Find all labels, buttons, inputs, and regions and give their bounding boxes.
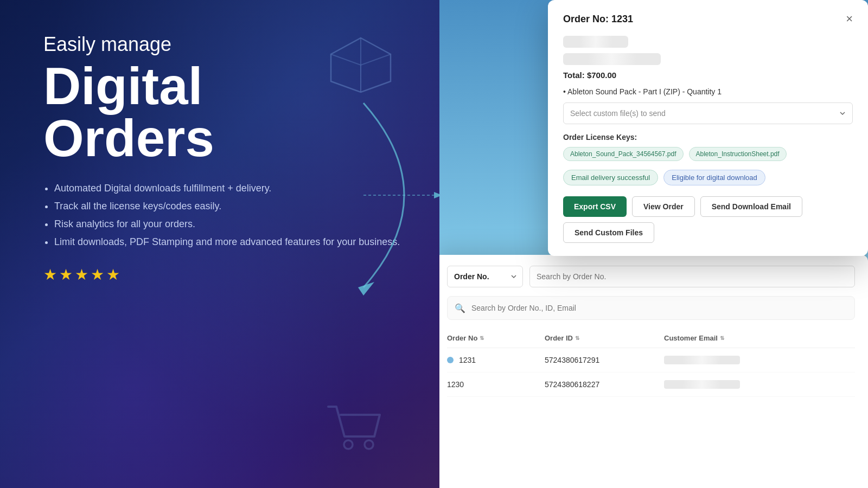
- send-download-email-button[interactable]: Send Download Email: [700, 196, 802, 217]
- star-5: ★: [106, 266, 120, 284]
- right-panel: Order No: 1231 × Total: $700.00 Ableton …: [439, 0, 868, 488]
- hero-text-small: Easily manage: [43, 33, 407, 56]
- custom-files-select[interactable]: Select custom file(s) to send: [563, 102, 853, 124]
- badge-row: Email delivery successful Eligible for d…: [563, 170, 853, 185]
- order-no-value-1231: 1231: [459, 356, 476, 364]
- modal-title: Order No: 1231: [563, 14, 633, 25]
- view-order-button[interactable]: View Order: [632, 196, 695, 217]
- column-order-no: Order No ⇅: [447, 334, 545, 342]
- star-1: ★: [43, 266, 57, 284]
- license-file-2: Ableton_InstructionSheet.pdf: [689, 147, 787, 161]
- skeleton-bar-1: [563, 36, 628, 48]
- order-id-cell-1230: 5724380618227: [545, 380, 664, 389]
- table-panel: Order No. 🔍 Order No ⇅ Order ID ⇅ Custom…: [439, 255, 868, 488]
- order-no-cell-1230: 1230: [447, 380, 545, 389]
- sort-icon-order-id: ⇅: [575, 335, 579, 341]
- license-file-1: Ableton_Sound_Pack_34564567.pdf: [563, 147, 684, 161]
- send-custom-files-button[interactable]: Send Custom Files: [563, 222, 654, 243]
- status-dot-1231: [447, 357, 454, 363]
- badge-delivery-success: Email delivery successful: [563, 170, 658, 185]
- sort-icon-customer-email: ⇅: [720, 335, 724, 341]
- column-order-id: Order ID ⇅: [545, 334, 664, 342]
- search-input-full[interactable]: [447, 296, 855, 320]
- svg-point-0: [344, 440, 353, 449]
- cart-icon: [326, 401, 385, 455]
- sort-icon-order-no: ⇅: [480, 335, 484, 341]
- table-row[interactable]: 1230 5724380618227: [447, 373, 855, 397]
- search-bar-full: 🔍: [447, 296, 855, 320]
- order-modal: Order No: 1231 × Total: $700.00 Ableton …: [548, 0, 868, 256]
- order-no-dropdown[interactable]: Order No.: [447, 266, 523, 287]
- email-skeleton-1231: [664, 356, 740, 364]
- table-header: Order No ⇅ Order ID ⇅ Customer Email ⇅: [447, 329, 855, 348]
- left-panel: Easily manage Digital Orders Automated D…: [0, 0, 439, 488]
- email-skeleton-1230: [664, 380, 740, 389]
- order-id-cell-1231: 5724380617291: [545, 356, 664, 364]
- badge-eligible-download: Eligible for digital download: [663, 170, 765, 185]
- product-item: Ableton Sound Pack - Part I (ZIP) - Quan…: [563, 87, 853, 96]
- star-4: ★: [91, 266, 104, 284]
- search-icon: 🔍: [455, 303, 465, 313]
- customer-email-cell-1230: [664, 380, 855, 389]
- table-row[interactable]: 1231 5724380617291: [447, 348, 855, 373]
- star-3: ★: [75, 266, 88, 284]
- svg-marker-3: [434, 192, 439, 198]
- license-label: Order License Keys:: [563, 133, 853, 142]
- export-csv-button[interactable]: Export CSV: [563, 196, 627, 217]
- modal-header: Order No: 1231 ×: [563, 13, 853, 25]
- license-files-row: Ableton_Sound_Pack_34564567.pdf Ableton_…: [563, 147, 853, 161]
- order-no-value-1230: 1230: [447, 380, 464, 389]
- search-row: Order No.: [447, 266, 855, 287]
- search-input-small[interactable]: [529, 266, 855, 287]
- customer-email-cell-1231: [664, 356, 855, 364]
- order-no-cell-1231: 1231: [447, 356, 545, 364]
- curved-arrow: [347, 87, 439, 304]
- skeleton-bar-2: [563, 53, 661, 65]
- star-2: ★: [59, 266, 73, 284]
- close-button[interactable]: ×: [846, 13, 853, 25]
- column-customer-email: Customer Email ⇅: [664, 334, 855, 342]
- svg-point-1: [365, 440, 373, 449]
- action-buttons: Export CSV View Order Send Download Emai…: [563, 196, 853, 243]
- order-total: Total: $700.00: [563, 70, 853, 80]
